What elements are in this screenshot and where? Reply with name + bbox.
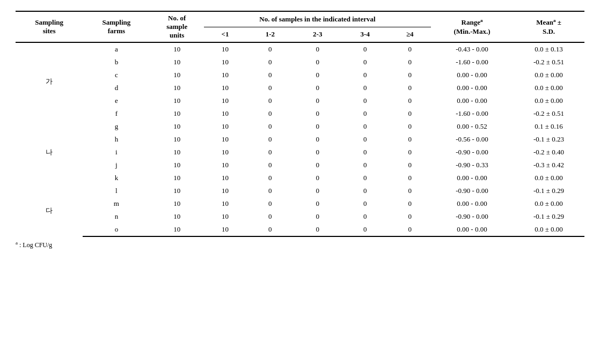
- col-1-2: 1-2: [246, 27, 294, 42]
- table-row: d 10 10 0 0 0 0 0.00 - 0.00 0.0 ± 0.00: [16, 81, 584, 94]
- table-row: 다 l 10 10 0 0 0 0 -0.90 - 0.00 -0.1 ± 0.…: [16, 184, 584, 197]
- col-sampling-farms: Samplingfarms: [83, 11, 150, 42]
- table-row: 나 g 10 10 0 0 0 0 0.00 - 0.52 0.1 ± 0.16: [16, 120, 584, 133]
- col-3-4: 3-4: [341, 27, 389, 42]
- data-table: Samplingsites Samplingfarms No. ofsample…: [16, 11, 584, 237]
- site-na: 나: [16, 120, 83, 184]
- table-row: f 10 10 0 0 0 0 -1.60 - 0.00 -0.2 ± 0.51: [16, 107, 584, 120]
- header-row-1: Samplingsites Samplingfarms No. ofsample…: [16, 11, 584, 27]
- table-row: o 10 10 0 0 0 0 0.00 - 0.00 0.0 ± 0.00: [16, 223, 584, 236]
- table-row: e 10 10 0 0 0 0 0.00 - 0.00 0.0 ± 0.00: [16, 94, 584, 107]
- site-ga: 가: [16, 42, 83, 120]
- table-row: h 10 10 0 0 0 0 -0.56 - 0.00 -0.1 ± 0.23: [16, 133, 584, 146]
- col-ge4: ≥4: [389, 27, 431, 42]
- col-2-3: 2-3: [294, 27, 341, 42]
- farm-a: a: [83, 42, 150, 56]
- col-range: Rangea(Min.-Max.): [431, 11, 513, 42]
- units-a: 10: [150, 42, 204, 56]
- col-sample-units: No. ofsampleunits: [150, 11, 204, 42]
- table-row: 가 a 10 10 0 0 0 0 -0.43 - 0.00 0.0 ± 0.1…: [16, 42, 584, 56]
- table-row: c 10 10 0 0 0 0 0.00 - 0.00 0.0 ± 0.00: [16, 69, 584, 81]
- col-sampling-sites: Samplingsites: [16, 11, 83, 42]
- col-span-header: No. of samples in the indicated interval: [204, 11, 431, 27]
- table-wrapper: Samplingsites Samplingfarms No. ofsample…: [16, 11, 584, 249]
- footnote: a : Log CFU/g: [16, 240, 584, 249]
- table-row: m 10 10 0 0 0 0 0.00 - 0.00 0.0 ± 0.00: [16, 197, 584, 210]
- table-row: i 10 10 0 0 0 0 -0.90 - 0.00 -0.2 ± 0.40: [16, 146, 584, 159]
- col-lt1: <1: [204, 27, 246, 42]
- table-row: k 10 10 0 0 0 0 0.00 - 0.00 0.0 ± 0.00: [16, 172, 584, 184]
- col-mean: Meana ±S.D.: [513, 11, 584, 42]
- table-row: j 10 10 0 0 0 0 -0.90 - 0.33 -0.3 ± 0.42: [16, 159, 584, 172]
- table-row: b 10 10 0 0 0 0 -1.60 - 0.00 -0.2 ± 0.51: [16, 56, 584, 69]
- table-row: n 10 10 0 0 0 0 -0.90 - 0.00 -0.1 ± 0.29: [16, 210, 584, 223]
- site-da: 다: [16, 184, 83, 236]
